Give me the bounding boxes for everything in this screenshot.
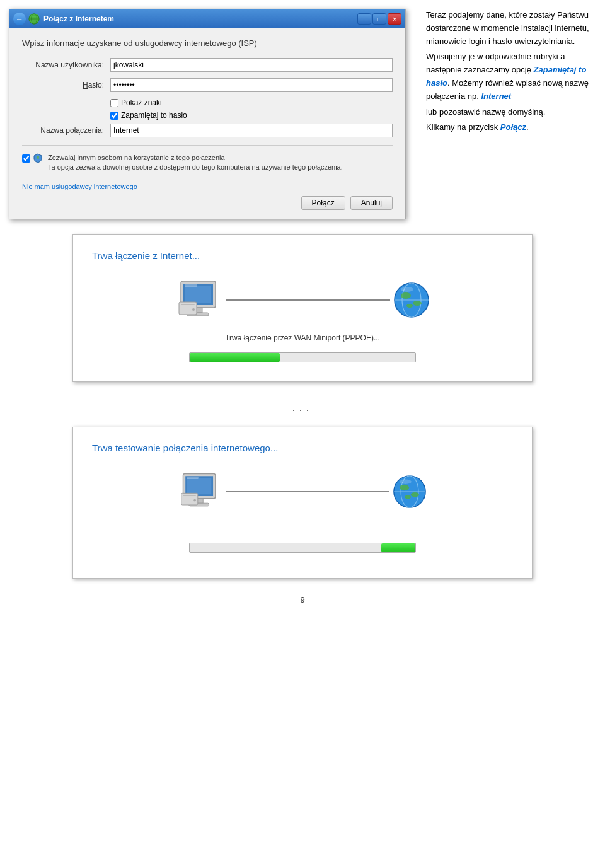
win-dialog-body: Wpisz informacje uzyskane od usługodawcy… (9, 28, 405, 219)
username-label: Nazwa użytkownika: (22, 61, 110, 69)
explanation-text-6: . (526, 122, 529, 132)
globe-icon (28, 13, 40, 25)
explanation-text: Teraz podajemy dane, które zostały Państ… (416, 6, 599, 222)
win-titlebar: ← Połącz z Internetem – □ ✕ (9, 9, 405, 28)
explanation-text-5: Klikamy na przycisk (426, 122, 498, 132)
connection-line (226, 299, 390, 301)
maximize-button[interactable]: □ (372, 13, 386, 25)
win-dialog: ← Połącz z Internetem – □ ✕ (9, 9, 406, 219)
svg-point-17 (401, 292, 411, 299)
svg-point-35 (405, 495, 411, 499)
divider (22, 145, 393, 146)
computer-icon (176, 280, 223, 321)
svg-rect-23 (187, 478, 211, 494)
remember-password-checkbox[interactable] (110, 112, 118, 120)
testing-globe-icon (393, 475, 427, 509)
remember-password-label: Zapamiętaj to hasło (121, 111, 187, 120)
connecting-progress-fill (190, 353, 280, 362)
remember-password-row: Zapamiętaj to hasło (110, 111, 393, 120)
password-row: Hasło: (22, 78, 393, 92)
explanation-text-1: Teraz podajemy dane, które zostały Państ… (426, 10, 589, 46)
svg-point-33 (400, 485, 409, 490)
svg-point-20 (401, 287, 413, 292)
connecting-progress-bar (189, 352, 416, 362)
section-title: Wpisz informacje uzyskane od usługodawcy… (22, 38, 393, 48)
svg-rect-28 (183, 495, 196, 496)
svg-point-36 (400, 479, 412, 483)
username-input[interactable] (110, 58, 393, 72)
svg-point-19 (406, 304, 413, 308)
password-label: Hasło: (22, 81, 110, 90)
explanation-text-4: lub pozostawić nazwę domyślną. (426, 107, 545, 117)
svg-rect-7 (185, 286, 211, 303)
explanation-paragraph-4: Klikamy na przycisk Połącz. (426, 121, 592, 134)
connection-name-input[interactable] (110, 124, 393, 137)
shield-icon (33, 153, 43, 163)
testing-progress-fill (381, 543, 415, 552)
connect-button[interactable]: Połącz (301, 196, 345, 210)
connection-name-row: Nazwa połączenia: (22, 124, 393, 137)
connection-name-label: Nazwa połączenia: (22, 126, 110, 135)
back-button[interactable]: ← (13, 13, 26, 25)
connecting-status: Trwa łączenie przez WAN Miniport (PPPOE)… (92, 333, 513, 342)
titlebar-controls: – □ ✕ (357, 13, 401, 25)
explanation-paragraph-1: Teraz podajemy dane, które zostały Państ… (426, 9, 592, 48)
highlight-internet: Internet (481, 91, 511, 101)
middle-section: Trwa łączenie z Internet... (0, 228, 605, 388)
svg-point-4 (37, 156, 39, 158)
allow-others-info: Ta opcja zezwala dowolnej osobie z dostę… (48, 163, 343, 172)
password-input[interactable] (110, 78, 393, 92)
svg-point-18 (413, 301, 422, 306)
top-section: ← Połącz z Internetem – □ ✕ (0, 0, 605, 228)
show-password-label: Pokaż znaki (121, 98, 162, 107)
testing-spacer (92, 524, 513, 543)
svg-point-29 (193, 499, 196, 501)
dialog-title: Połącz z Internetem (43, 14, 354, 23)
close-button[interactable]: ✕ (388, 13, 401, 25)
bottom-checkbox-section: Zezwalaj innym osobom na korzystanie z t… (22, 153, 393, 173)
show-password-checkbox[interactable] (110, 99, 118, 107)
bottom-text-area: Zezwalaj innym osobom na korzystanie z t… (48, 153, 343, 173)
username-row: Nazwa użytkownika: (22, 58, 393, 72)
titlebar-icon-group: ← (13, 13, 40, 25)
testing-connection-line (226, 491, 389, 492)
allow-others-label: Zezwalaj innym osobom na korzystanie z t… (48, 153, 343, 163)
show-password-row: Pokaż znaki (110, 98, 393, 107)
connecting-title: Trwa łączenie z Internet... (92, 250, 513, 261)
testing-computer-icon (178, 472, 222, 511)
cancel-button[interactable]: Anuluj (350, 196, 393, 210)
svg-rect-24 (187, 477, 199, 479)
dialog-wrapper: ← Połącz z Internetem – □ ✕ (6, 6, 416, 222)
explanation-paragraph-2: Wpisujemy je w odpowiednie rubryki a nas… (426, 50, 592, 103)
svg-point-13 (192, 308, 195, 311)
no-isp-link[interactable]: Nie mam usługodawcy internetowego (22, 183, 137, 190)
svg-rect-8 (185, 284, 197, 287)
minimize-button[interactable]: – (357, 13, 371, 25)
testing-animation-area (92, 472, 513, 511)
svg-point-34 (411, 492, 419, 497)
allow-others-checkbox[interactable] (22, 154, 30, 163)
connecting-dialog: Trwa łączenie z Internet... (72, 234, 533, 382)
page-number: 9 (0, 585, 605, 611)
dots-separator: ... (0, 388, 605, 427)
dialog-footer: Połącz Anuluj (22, 191, 393, 210)
testing-dialog: Trwa testowanie połączenia internetowego… (72, 427, 533, 579)
testing-progress-bar (189, 543, 416, 553)
testing-title: Trwa testowanie połączenia internetowego… (92, 443, 513, 453)
explanation-paragraph-3: lub pozostawić nazwę domyślną. (426, 106, 592, 119)
bottom-icon-area (22, 153, 43, 163)
bottom-connecting-section: Trwa testowanie połączenia internetowego… (0, 427, 605, 585)
svg-rect-27 (182, 493, 198, 505)
svg-rect-12 (181, 304, 195, 305)
animation-area (92, 280, 513, 321)
highlight-connect: Połącz (500, 122, 526, 132)
globe-animation-icon (393, 282, 430, 318)
